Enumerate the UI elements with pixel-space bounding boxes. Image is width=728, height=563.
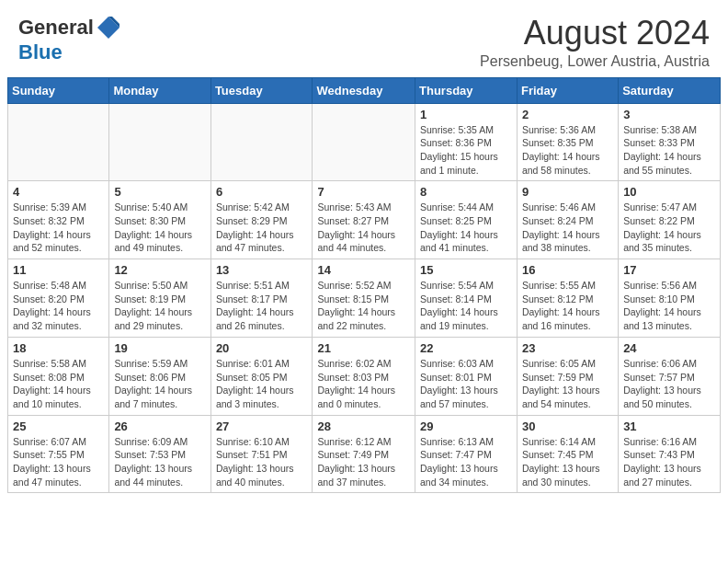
day-info: Sunrise: 6:16 AM Sunset: 7:43 PM Dayligh… [623, 435, 715, 489]
day-number: 4 [13, 185, 104, 199]
day-number: 10 [623, 185, 715, 199]
calendar-week-1: 1Sunrise: 5:35 AM Sunset: 8:36 PM Daylig… [8, 103, 721, 181]
weekday-header-wednesday: Wednesday [313, 77, 415, 103]
calendar-cell: 6Sunrise: 5:42 AM Sunset: 8:29 PM Daylig… [210, 181, 313, 259]
calendar-cell: 9Sunrise: 5:46 AM Sunset: 8:24 PM Daylig… [517, 181, 618, 259]
weekday-header-saturday: Saturday [619, 77, 721, 103]
day-info: Sunrise: 6:10 AM Sunset: 7:51 PM Dayligh… [216, 435, 308, 489]
day-number: 13 [216, 263, 308, 277]
calendar-week-3: 11Sunrise: 5:48 AM Sunset: 8:20 PM Dayli… [8, 259, 721, 338]
calendar-cell: 10Sunrise: 5:47 AM Sunset: 8:22 PM Dayli… [619, 181, 721, 259]
page-container: General Blue August 2024 Persenbeug, Low… [0, 0, 728, 510]
calendar-cell: 30Sunrise: 6:14 AM Sunset: 7:45 PM Dayli… [517, 415, 618, 493]
calendar-table: SundayMondayTuesdayWednesdayThursdayFrid… [7, 77, 721, 494]
day-info: Sunrise: 5:56 AM Sunset: 8:10 PM Dayligh… [623, 279, 715, 333]
day-info: Sunrise: 5:35 AM Sunset: 8:36 PM Dayligh… [420, 123, 512, 178]
day-info: Sunrise: 5:54 AM Sunset: 8:14 PM Dayligh… [420, 279, 512, 333]
weekday-header-monday: Monday [109, 77, 210, 103]
day-number: 30 [522, 419, 613, 433]
day-number: 5 [114, 185, 205, 199]
day-info: Sunrise: 5:42 AM Sunset: 8:29 PM Dayligh… [216, 201, 308, 255]
day-number: 15 [420, 263, 512, 277]
day-info: Sunrise: 6:07 AM Sunset: 7:55 PM Dayligh… [13, 435, 104, 489]
day-number: 26 [114, 419, 205, 433]
day-number: 21 [317, 341, 410, 355]
day-info: Sunrise: 5:51 AM Sunset: 8:17 PM Dayligh… [216, 279, 308, 333]
day-info: Sunrise: 6:03 AM Sunset: 8:01 PM Dayligh… [420, 357, 512, 411]
day-info: Sunrise: 6:02 AM Sunset: 8:03 PM Dayligh… [317, 357, 410, 411]
day-number: 12 [114, 263, 205, 277]
calendar-cell: 14Sunrise: 5:52 AM Sunset: 8:15 PM Dayli… [313, 259, 415, 338]
day-number: 19 [114, 341, 205, 355]
day-info: Sunrise: 5:47 AM Sunset: 8:22 PM Dayligh… [623, 201, 715, 255]
calendar-cell: 3Sunrise: 5:38 AM Sunset: 8:33 PM Daylig… [619, 103, 721, 181]
calendar-cell: 15Sunrise: 5:54 AM Sunset: 8:14 PM Dayli… [415, 259, 518, 338]
calendar-cell: 1Sunrise: 5:35 AM Sunset: 8:36 PM Daylig… [415, 103, 518, 181]
calendar-cell: 22Sunrise: 6:03 AM Sunset: 8:01 PM Dayli… [415, 337, 518, 415]
day-info: Sunrise: 5:36 AM Sunset: 8:35 PM Dayligh… [522, 123, 613, 178]
day-info: Sunrise: 5:55 AM Sunset: 8:12 PM Dayligh… [522, 279, 613, 333]
calendar-cell: 8Sunrise: 5:44 AM Sunset: 8:25 PM Daylig… [415, 181, 518, 259]
weekday-header-sunday: Sunday [8, 77, 109, 103]
calendar-cell: 19Sunrise: 5:59 AM Sunset: 8:06 PM Dayli… [109, 337, 210, 415]
day-number: 24 [623, 341, 715, 355]
day-info: Sunrise: 5:38 AM Sunset: 8:33 PM Dayligh… [623, 123, 715, 178]
calendar-cell: 25Sunrise: 6:07 AM Sunset: 7:55 PM Dayli… [8, 415, 109, 493]
calendar-week-4: 18Sunrise: 5:58 AM Sunset: 8:08 PM Dayli… [8, 337, 721, 415]
logo: General Blue [18, 15, 121, 64]
day-number: 6 [216, 185, 308, 199]
day-number: 23 [522, 341, 613, 355]
day-number: 16 [522, 263, 613, 277]
calendar-cell: 16Sunrise: 5:55 AM Sunset: 8:12 PM Dayli… [517, 259, 618, 338]
day-number: 14 [317, 263, 410, 277]
day-number: 2 [522, 108, 613, 121]
calendar-cell [210, 103, 313, 181]
day-info: Sunrise: 6:09 AM Sunset: 7:53 PM Dayligh… [114, 435, 205, 489]
day-number: 22 [420, 341, 512, 355]
day-info: Sunrise: 5:40 AM Sunset: 8:30 PM Dayligh… [114, 201, 205, 255]
day-number: 29 [420, 419, 512, 433]
calendar-cell: 5Sunrise: 5:40 AM Sunset: 8:30 PM Daylig… [109, 181, 210, 259]
day-number: 31 [623, 419, 715, 433]
day-info: Sunrise: 5:46 AM Sunset: 8:24 PM Dayligh… [522, 201, 613, 255]
calendar-cell: 28Sunrise: 6:12 AM Sunset: 7:49 PM Dayli… [313, 415, 415, 493]
day-info: Sunrise: 5:59 AM Sunset: 8:06 PM Dayligh… [114, 357, 205, 411]
day-number: 9 [522, 185, 613, 199]
day-info: Sunrise: 6:13 AM Sunset: 7:47 PM Dayligh… [420, 435, 512, 489]
day-info: Sunrise: 5:43 AM Sunset: 8:27 PM Dayligh… [317, 201, 410, 255]
svg-marker-0 [97, 17, 119, 39]
logo-general-text: General [18, 16, 94, 40]
calendar-week-2: 4Sunrise: 5:39 AM Sunset: 8:32 PM Daylig… [8, 181, 721, 259]
calendar-cell: 27Sunrise: 6:10 AM Sunset: 7:51 PM Dayli… [210, 415, 313, 493]
day-number: 1 [420, 108, 512, 121]
calendar-cell [313, 103, 415, 181]
day-number: 25 [13, 419, 104, 433]
day-number: 28 [317, 419, 410, 433]
calendar-cell: 31Sunrise: 6:16 AM Sunset: 7:43 PM Dayli… [619, 415, 721, 493]
day-number: 7 [317, 185, 410, 199]
calendar-cell [8, 103, 109, 181]
day-info: Sunrise: 5:50 AM Sunset: 8:19 PM Dayligh… [114, 279, 205, 333]
calendar-wrapper: SundayMondayTuesdayWednesdayThursdayFrid… [0, 77, 728, 511]
calendar-cell: 26Sunrise: 6:09 AM Sunset: 7:53 PM Dayli… [109, 415, 210, 493]
logo-icon [96, 15, 121, 40]
month-title: August 2024 [480, 15, 710, 52]
calendar-cell: 18Sunrise: 5:58 AM Sunset: 8:08 PM Dayli… [8, 337, 109, 415]
calendar-cell: 12Sunrise: 5:50 AM Sunset: 8:19 PM Dayli… [109, 259, 210, 338]
day-number: 17 [623, 263, 715, 277]
day-info: Sunrise: 6:12 AM Sunset: 7:49 PM Dayligh… [317, 435, 410, 489]
header: General Blue August 2024 Persenbeug, Low… [0, 0, 728, 77]
weekday-header-friday: Friday [517, 77, 618, 103]
calendar-cell: 7Sunrise: 5:43 AM Sunset: 8:27 PM Daylig… [313, 181, 415, 259]
calendar-cell: 4Sunrise: 5:39 AM Sunset: 8:32 PM Daylig… [8, 181, 109, 259]
calendar-header: SundayMondayTuesdayWednesdayThursdayFrid… [8, 77, 721, 103]
day-number: 18 [13, 341, 104, 355]
calendar-cell: 24Sunrise: 6:06 AM Sunset: 7:57 PM Dayli… [619, 337, 721, 415]
calendar-cell: 21Sunrise: 6:02 AM Sunset: 8:03 PM Dayli… [313, 337, 415, 415]
day-number: 8 [420, 185, 512, 199]
day-number: 11 [13, 263, 104, 277]
day-info: Sunrise: 6:14 AM Sunset: 7:45 PM Dayligh… [522, 435, 613, 489]
day-number: 20 [216, 341, 308, 355]
day-info: Sunrise: 5:58 AM Sunset: 8:08 PM Dayligh… [13, 357, 104, 411]
logo-blue-text: Blue [18, 40, 63, 63]
